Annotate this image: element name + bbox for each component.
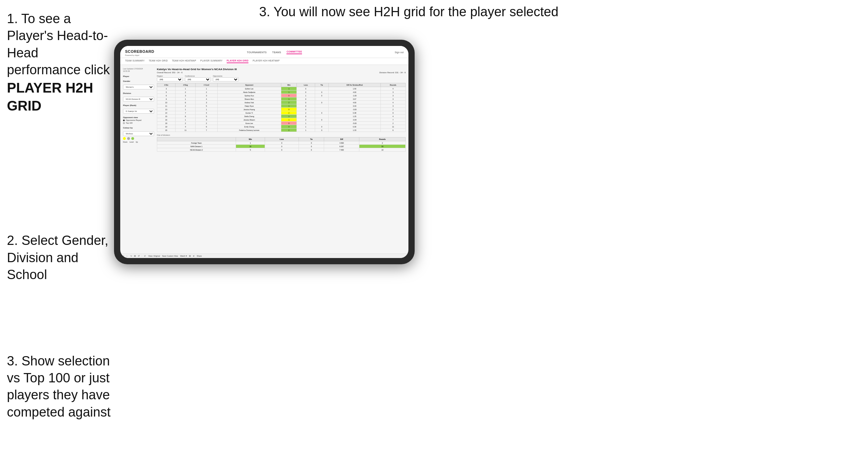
right-panel: Katelyn Vo Head-to-Head Grid for Women's…	[157, 68, 406, 257]
grid-title: Katelyn Vo Head-to-Head Grid for Women's…	[157, 68, 406, 71]
toolbar-save-custom[interactable]: Save Custom View	[162, 255, 178, 257]
filter-opponent-select[interactable]: (All)	[213, 77, 239, 82]
grid-record: Overall Record: 353 - 34 - 6 Division Re…	[157, 72, 406, 74]
colour-by-select[interactable]: Win/loss	[123, 131, 154, 136]
filter-conference-select[interactable]: (All)	[185, 77, 211, 82]
out-col-team	[157, 137, 236, 141]
subnav-team-h2h-heatmap[interactable]: TEAM H2H HEATMAP	[172, 59, 196, 63]
col-loss: Loss	[297, 83, 315, 87]
nav-bar: SCOREBOARD Powered by clippd TOURNAMENTS…	[120, 46, 408, 58]
table-row: 6 3 3 Sydney Kuo 0 1 0 -1.00 3	[157, 94, 406, 97]
player-section: Player	[123, 75, 154, 77]
colour-by-label: Colour by	[123, 127, 154, 129]
tablet-frame: SCOREBOARD Powered by clippd TOURNAMENTS…	[114, 40, 415, 264]
filter-conference-group: Conference (All)	[185, 75, 211, 82]
colour-dots	[123, 137, 154, 140]
col-diff: Diff Av Strokes/Rnd	[329, 83, 381, 87]
division-record: Division Record: 331 - 34 - 6	[379, 72, 406, 74]
toolbar-view-original[interactable]: View: Original	[148, 255, 160, 257]
nav-committee[interactable]: COMMITTEE	[286, 50, 302, 54]
toolbar-redo[interactable]: ↪	[130, 255, 132, 257]
toolbar-share[interactable]: Share	[197, 255, 202, 257]
filter-region-label: Region	[157, 75, 183, 77]
division-label: Division	[123, 92, 154, 94]
filter-opponent-group: Opponents: (All)	[213, 75, 239, 82]
subnav-player-summary[interactable]: PLAYER SUMMARY	[200, 59, 223, 63]
table-row: 9 1 4 Sharon Mun 1 0 3.67 3	[157, 97, 406, 101]
opponent-view-section: Opponent view Opponents Played Top 100	[123, 116, 154, 124]
out-table: Win Loss Tie Diff Rounds Foreign Team 1 …	[157, 137, 406, 152]
overall-record: Overall Record: 353 - 34 - 6	[157, 72, 182, 74]
colour-by-section: Colour by Win/loss Down Level Up	[123, 127, 154, 143]
table-row: 16 1 3 Jessica Mason 1 2 0 -0.94 7	[157, 118, 406, 122]
out-of-division: Out of division Win Loss Tie Diff Rounds	[157, 134, 406, 152]
filter-region-select[interactable]: (All)	[157, 77, 183, 82]
toolbar-arrow[interactable]: ≮	[193, 255, 195, 257]
table-row: 14 7 4 Eunice Yi 2 2 0 0.38 9	[157, 111, 406, 115]
toolbar-watch[interactable]: Watch ▾	[180, 255, 187, 257]
subnav-player-h2h-grid[interactable]: PLAYER H2H GRID	[227, 59, 248, 63]
toolbar-grid[interactable]: ⊞	[134, 255, 136, 257]
subnav-team-summary[interactable]: TEAM SUMMARY	[125, 59, 145, 63]
col-tie: Tie	[315, 83, 329, 87]
table-row: 15 8 5 Stella Cheng 1 0 1.25 4	[157, 115, 406, 118]
nav-links: TOURNAMENTS TEAMS COMMITTEE	[247, 50, 302, 54]
player-rank-label: Player (Rank)	[123, 104, 154, 106]
nav-tournaments[interactable]: TOURNAMENTS	[247, 51, 267, 54]
instruction-3-right: 3. You will now see H2H grid for the pla…	[259, 3, 558, 20]
last-updated: Last Updated: 27/03/2024 16:55:38	[123, 68, 154, 73]
main-table: # Div # Reg # Conf Opponent Win Loss Tie…	[157, 83, 406, 132]
sub-nav: TEAM SUMMARY TEAM H2H GRID TEAM H2H HEAT…	[120, 58, 408, 65]
out-table-row: Foreign Team 1 0 0 4.500 2	[157, 141, 406, 145]
opponent-view-label: Opponent view	[123, 116, 154, 118]
out-col-tie: Tie	[299, 137, 324, 141]
col-div: # Div	[157, 83, 176, 87]
toolbar-back[interactable]: ←	[126, 255, 128, 257]
toolbar-refresh[interactable]: ↺	[138, 255, 140, 257]
sign-out[interactable]: Sign out	[395, 51, 404, 54]
main-content: Last Updated: 27/03/2024 16:55:38 Player…	[120, 65, 408, 258]
out-col-diff: Diff	[324, 137, 359, 141]
colour-legend: Down Level Up	[123, 141, 154, 143]
instruction-2: 2. Select Gender, Division and School	[7, 232, 111, 283]
nav-top: SCOREBOARD Powered by clippd TOURNAMENTS…	[125, 48, 404, 56]
toolbar-timer[interactable]: ⏱	[144, 255, 146, 257]
division-select[interactable]: NCAA Division III NCAA Division I NCAA D…	[123, 97, 154, 102]
gender-select[interactable]: Women's Men's	[123, 85, 154, 89]
player-label: Player	[123, 75, 154, 77]
radio-opponents-played[interactable]: Opponents Played	[123, 119, 154, 121]
logo-sub: Powered by clippd	[125, 54, 154, 56]
player-rank-select[interactable]: 8. Katelyn Vo	[123, 109, 154, 114]
subnav-player-h2h-heatmap[interactable]: PLAYER H2H HEATMAP	[253, 59, 280, 63]
toolbar-grid2[interactable]: ⊞	[189, 255, 191, 257]
nav-teams[interactable]: TEAMS	[272, 51, 281, 54]
col-win: Win	[281, 83, 296, 87]
table-row: 10 6 3 Andrea York 2 0 0 4.00 4	[157, 101, 406, 104]
instruction-3-left: 3. Show selection vs Top 100 or just pla…	[7, 353, 111, 421]
col-reg: # Reg	[176, 83, 196, 87]
out-of-division-title: Out of division	[157, 134, 406, 136]
instructions-left: 1. To see a Player's Head-to-Head perfor…	[0, 0, 117, 441]
radio-top100[interactable]: Top 100	[123, 122, 154, 124]
out-col-win: Win	[236, 137, 265, 141]
table-row: 5 2 2 Alexis Sudjianto 1 0 0 4.00 3	[157, 90, 406, 94]
left-panel: Last Updated: 27/03/2024 16:55:38 Player…	[123, 68, 154, 257]
out-table-row: NAIA Division 1 15 0 0 9.267 30	[157, 145, 406, 148]
dot-level	[127, 137, 130, 140]
out-col-rounds: Rounds	[359, 137, 406, 141]
col-conf: # Conf	[196, 83, 217, 87]
table-row: 18 2 2 Euna Lee 0 1 -5.00 2	[157, 122, 406, 125]
toolbar: ↩ ← ↪ ⊞ ↺ · ⏱ View: Original Save Custom…	[120, 254, 408, 258]
filter-conference-label: Conference	[185, 75, 211, 77]
toolbar-undo[interactable]: ↩	[122, 255, 124, 257]
filter-opponent-label: Opponents:	[213, 75, 239, 77]
table-row: 20 11 7 Federica Domecq Lacroze 2 1 0 1.…	[157, 128, 406, 132]
table-row: 13 1 1 Jessica Huang 0 0 -3.00 2	[157, 108, 406, 111]
logo-area: SCOREBOARD Powered by clippd	[125, 48, 154, 56]
table-row: 11 2 5 Heejo Hyun 1 0 3.33 3	[157, 104, 406, 108]
out-col-loss: Loss	[265, 137, 299, 141]
out-table-row: NCAA Division 2 5 0 0 7.400 10	[157, 148, 406, 152]
subnav-team-h2h-grid[interactable]: TEAM H2H GRID	[149, 59, 168, 63]
table-row: 3 1 1 Esther Lee 1 0 1.50 4	[157, 87, 406, 90]
col-opponent: Opponent	[217, 83, 281, 87]
